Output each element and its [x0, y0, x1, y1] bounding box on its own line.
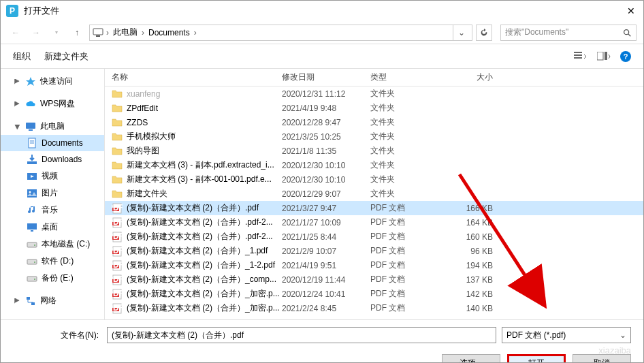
filename-input[interactable]	[107, 327, 496, 343]
sidebar-item-3[interactable]: Documents	[1, 135, 104, 151]
file-row[interactable]: 新建文本文档 (3) - 副本.pdf.extracted_i...2020/1…	[105, 158, 643, 172]
svg-rect-27	[27, 297, 30, 300]
file-row[interactable]: xuanfeng2020/12/31 11:12文件夹	[105, 86, 643, 101]
svg-rect-3	[96, 35, 100, 37]
crumb-documents[interactable]: Documents	[147, 28, 191, 37]
file-name: ZPdfEdit	[127, 104, 158, 113]
col-date[interactable]: 修改日期	[282, 72, 370, 83]
organize-button[interactable]: 组织	[13, 50, 31, 63]
file-size: 160 KB	[445, 232, 506, 242]
crumb-pc[interactable]: 此电脑	[112, 27, 139, 38]
pdf-icon: PDF	[112, 203, 123, 214]
sidebar-item-10[interactable]: 软件 (D:)	[1, 253, 104, 270]
back-button[interactable]: ←	[7, 25, 24, 41]
svg-text:PDF: PDF	[112, 289, 123, 298]
sidebar-item-5[interactable]: 视频	[1, 168, 104, 185]
navbar: ← → ▾ ↑ › 此电脑 › Documents › ⌄ 搜索"Documen…	[1, 21, 643, 44]
file-type: 文件夹	[370, 88, 445, 99]
svg-rect-7	[574, 54, 582, 56]
sidebar-label: Documents	[42, 138, 83, 148]
sidebar-item-9[interactable]: 本地磁盘 (C:)	[1, 236, 104, 253]
expand-icon[interactable]: ⯈	[14, 78, 21, 85]
sidebar-label: WPS网盘	[40, 98, 75, 110]
refresh-button[interactable]	[476, 25, 492, 41]
folder-icon	[112, 146, 123, 157]
file-row[interactable]: PDF(复制)-新建文本文档 (2)（合并）_加密.p...2020/12/24…	[105, 287, 643, 301]
path-sep: ›	[193, 28, 198, 37]
file-name: (复制)-新建文本文档 (2)（合并）_1-2.pdf	[127, 259, 275, 271]
newfolder-button[interactable]: 新建文件夹	[44, 50, 88, 63]
file-row[interactable]: PDF(复制)-新建文本文档 (2)（合并）.pdf-2...2021/1/27…	[105, 215, 643, 230]
sidebar-item-1[interactable]: ⯈WPS网盘	[1, 95, 104, 112]
star-icon	[25, 76, 36, 87]
sidebar-item-11[interactable]: 备份 (E:)	[1, 270, 104, 287]
svg-point-22	[34, 244, 35, 246]
expand-icon[interactable]: ⯆	[14, 123, 21, 130]
file-type: PDF 文档	[370, 288, 445, 300]
options-button[interactable]: 选项...	[442, 354, 500, 363]
svg-rect-20	[31, 230, 33, 232]
monitor-icon	[25, 121, 36, 132]
svg-point-24	[34, 262, 35, 263]
file-row[interactable]: 新建文件夹2020/12/29 9:07文件夹	[105, 187, 643, 201]
file-date: 2021/3/25 10:25	[282, 132, 370, 142]
file-row[interactable]: PDF(复制)-新建文本文档 (2)（合并）_加密.p...2021/2/24 …	[105, 301, 643, 315]
sidebar-item-4[interactable]: Downloads	[1, 151, 104, 168]
view-list-icon[interactable]	[574, 52, 587, 61]
col-type[interactable]: 类型	[370, 72, 445, 83]
svg-text:PDF: PDF	[112, 274, 123, 284]
search-input[interactable]: 搜索"Documents"	[500, 25, 637, 41]
expand-icon[interactable]: ⯈	[14, 101, 21, 108]
sidebar-item-6[interactable]: 图片	[1, 185, 104, 202]
pc-icon	[93, 27, 103, 38]
forward-button[interactable]: →	[28, 25, 44, 41]
expand-icon[interactable]: ⯈	[14, 298, 21, 304]
help-icon[interactable]: ?	[620, 51, 631, 62]
file-row[interactable]: PDF(复制)-新建文本文档 (2)（合并）_1.pdf2021/2/9 10:…	[105, 244, 643, 258]
file-name: 新建文本文档 (3) - 副本-001-001.pdf.e...	[127, 174, 272, 185]
file-row[interactable]: PDF(复制)-新建文本文档 (2)（合并）_1-2.pdf2021/4/19 …	[105, 258, 643, 272]
file-date: 2021/2/24 8:45	[282, 304, 370, 313]
file-row[interactable]: ZZDS2020/12/28 9:47文件夹	[105, 115, 643, 129]
file-name: (复制)-新建文本文档 (2)（合并）.pdf-2...	[127, 231, 273, 242]
open-button[interactable]: 打开	[507, 354, 566, 363]
cancel-button[interactable]: 取消	[573, 354, 631, 363]
file-row[interactable]: 手机模拟大师2021/3/25 10:25文件夹	[105, 129, 643, 144]
sidebar-item-2[interactable]: ⯆此电脑	[1, 118, 104, 135]
column-headers: 名称 修改日期 类型 大小	[105, 69, 643, 86]
file-size: 142 KB	[445, 289, 506, 299]
download-icon	[27, 154, 37, 165]
file-name: 新建文件夹	[127, 188, 167, 200]
view-preview-icon[interactable]	[597, 52, 611, 61]
col-size[interactable]: 大小	[445, 72, 506, 83]
file-row[interactable]: ZPdfEdit2021/4/19 9:48文件夹	[105, 101, 643, 115]
file-pane: 名称 修改日期 类型 大小 xuanfeng2020/12/31 11:12文件…	[104, 69, 643, 319]
file-date: 2020/12/30 10:10	[282, 161, 370, 170]
filetype-filter[interactable]: PDF 文档 (*.pdf) ⌄	[502, 327, 631, 343]
col-name[interactable]: 名称	[105, 72, 282, 83]
file-row[interactable]: PDF(复制)-新建文本文档 (2)（合并）.pdf-2...2021/1/25…	[105, 230, 643, 244]
pdf-icon: PDF	[112, 232, 123, 242]
pdf-icon: PDF	[112, 289, 123, 300]
file-date: 2020/12/29 9:07	[282, 189, 370, 199]
file-row[interactable]: 我的导图2021/1/8 11:35文件夹	[105, 144, 643, 158]
path-dropdown[interactable]: ⌄	[453, 25, 469, 40]
pdf-icon: PDF	[112, 217, 123, 228]
file-row[interactable]: PDF(复制)-新建文本文档 (2)（合并）.pdf2021/3/27 9:47…	[105, 201, 643, 215]
file-row[interactable]: PDF(复制)-新建文本文档 (2)（合并）_comp...2020/12/19…	[105, 272, 643, 287]
file-row[interactable]: 新建文本文档 (3) - 副本-001-001.pdf.e...2020/12/…	[105, 172, 643, 187]
file-type: PDF 文档	[370, 202, 445, 214]
sidebar-item-12[interactable]: ⯈网络	[1, 292, 104, 309]
breadcrumb[interactable]: › 此电脑 › Documents › ⌄	[89, 25, 472, 41]
svg-rect-17	[27, 189, 37, 198]
sidebar-item-8[interactable]: 桌面	[1, 219, 104, 236]
close-icon[interactable]: ✕	[624, 5, 638, 16]
sidebar-item-0[interactable]: ⯈快速访问	[1, 73, 104, 90]
folder-icon	[112, 103, 123, 114]
up-button[interactable]: ↑	[69, 25, 85, 41]
path-sep: ›	[105, 28, 110, 37]
file-size: 140 KB	[445, 304, 506, 313]
sidebar-item-7[interactable]: 音乐	[1, 202, 104, 219]
recent-dropdown[interactable]: ▾	[48, 25, 65, 41]
svg-rect-19	[27, 223, 37, 230]
